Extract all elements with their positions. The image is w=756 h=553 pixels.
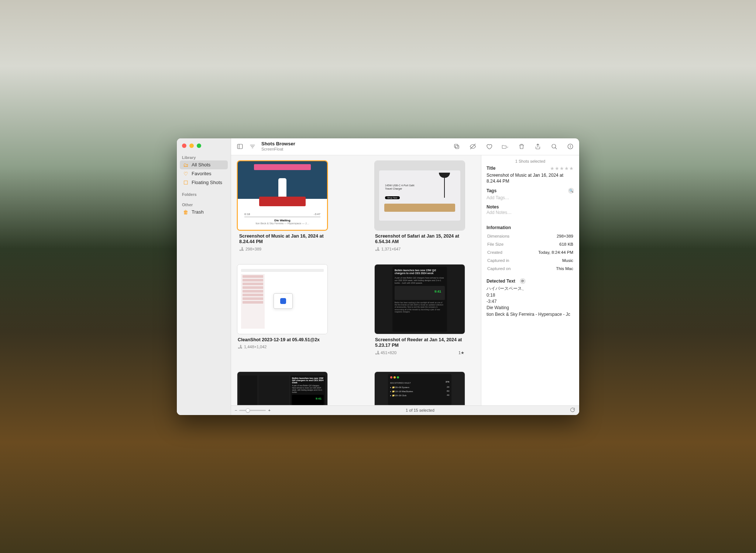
thumb-artist: tion Beck & Sky Ferreira — Hyperspace — … xyxy=(244,222,320,225)
shot-card[interactable]: MACSTORIES VAULT376 ▸ 📁 00–09 System29 ▸… xyxy=(374,371,465,405)
info-button[interactable] xyxy=(567,143,574,150)
search-button[interactable] xyxy=(550,143,558,150)
shot-card[interactable]: Belkin launches two new 15W Qi2 chargers… xyxy=(374,264,465,355)
toolbar-title: Shots Browser ScreenFloat xyxy=(261,141,295,152)
sidebar-item-favorites[interactable]: ♡ Favorites xyxy=(180,169,228,178)
shot-dimensions: 1,448×1,042 xyxy=(244,345,267,349)
title-text: Shots Browser xyxy=(261,141,295,147)
shot-thumbnail[interactable] xyxy=(237,264,328,334)
toggle-sidebar-button[interactable] xyxy=(236,143,244,150)
shot-dimensions: 1,371×647 xyxy=(381,247,401,251)
app-window: Library 🗂︎ All Shots ♡ Favorites ☐ Float… xyxy=(177,138,579,415)
shot-thumbnail[interactable]: Belkin launches two new 15W Qi2 chargers… xyxy=(374,264,465,334)
sidebar-item-trash[interactable]: 🗑︎ Trash xyxy=(180,208,228,217)
detected-text[interactable]: ハイパースペース、 0:18 -3:47 Die Waiting tion Be… xyxy=(487,286,574,318)
shot-rating: 1★ xyxy=(458,350,464,355)
info-dimensions: 298×389 xyxy=(522,232,573,240)
svg-point-12 xyxy=(570,145,571,146)
shot-dimensions: 298×389 xyxy=(245,247,261,251)
all-shots-icon: 🗂︎ xyxy=(183,162,189,168)
sidebar-item-label: Trash xyxy=(192,209,204,215)
grid-pane: 0:18-3:47 Die Waiting tion Beck & Sky Fe… xyxy=(231,155,481,405)
sidebar: Library 🗂︎ All Shots ♡ Favorites ☐ Float… xyxy=(177,138,231,415)
minimize-icon[interactable] xyxy=(189,144,194,148)
info-captured-in: Music xyxy=(522,257,573,264)
shot-thumbnail[interactable]: 0:18-3:47 Die Waiting tion Beck & Sky Fe… xyxy=(237,160,328,231)
tags-field[interactable]: Add Tags… xyxy=(487,195,574,201)
sidebar-section-library: Library xyxy=(180,154,228,160)
shot-thumbnail[interactable]: 145W USB-C 4-Port GaN Travel Charger Sho… xyxy=(374,160,465,231)
thumb-body: A pair of new Belkin Qi2 chargers have a… xyxy=(292,384,324,393)
svg-line-9 xyxy=(555,148,557,149)
thumb-heading: Belkin launches two new 15W Qi2 chargers… xyxy=(395,269,445,275)
zoom-control[interactable]: − + xyxy=(235,408,271,412)
share-button[interactable] xyxy=(534,143,542,150)
subtitle-text: ScreenFloat xyxy=(261,147,295,152)
delete-button[interactable] xyxy=(518,143,525,150)
thumb-heading: Belkin launches two new 15W Qi2 chargers… xyxy=(292,377,324,384)
detected-text-label: Detected Text xyxy=(487,279,515,284)
sidebar-section-folders: Folders xyxy=(180,191,228,197)
main-column: Shots Browser ScreenFloat ⌄ xyxy=(231,138,579,415)
thumb-footer: Belkin has been working in the spotlight… xyxy=(395,301,445,313)
sidebar-item-floating-shots[interactable]: ☐ Floating Shots xyxy=(180,178,228,187)
reload-button[interactable] xyxy=(570,407,575,414)
thumb-time-left: 0:18 xyxy=(244,212,250,216)
info-captured-on: This Mac xyxy=(522,265,573,272)
sidebar-item-label: Favorites xyxy=(192,171,211,176)
thumb-category: MACSTORIES VAULT xyxy=(390,382,411,384)
footer-bar: − + 1 of 15 selected xyxy=(231,405,579,415)
svg-rect-5 xyxy=(456,145,459,149)
info-header: Information xyxy=(487,225,574,230)
thumb-song: Die Waiting xyxy=(244,219,320,222)
sidebar-item-all-shots[interactable]: 🗂︎ All Shots xyxy=(180,160,228,169)
shot-title: CleanShot 2023-12-19 at 05.49.51@2x xyxy=(238,337,327,343)
title-label: Title xyxy=(487,166,495,171)
shot-title: Screenshot of Music at Jan 16, 2024 at 8… xyxy=(239,234,326,245)
folder-button[interactable]: ⌄ xyxy=(502,143,509,150)
notes-label: Notes xyxy=(487,204,574,210)
shot-card[interactable]: 0:18-3:47 Die Waiting tion Beck & Sky Fe… xyxy=(237,160,328,252)
image-icon: 🏞︎ xyxy=(239,246,244,252)
notes-field[interactable]: Add Notes… xyxy=(487,210,574,215)
shot-card[interactable]: CleanShot 2023-12-19 at 05.49.51@2x 🏞︎1,… xyxy=(237,264,328,355)
shot-card[interactable]: 145W USB-C 4-Port GaN Travel Charger Sho… xyxy=(374,160,465,252)
trash-icon: 🗑︎ xyxy=(183,209,189,215)
zoom-out-icon[interactable]: − xyxy=(235,408,237,412)
shot-thumbnail[interactable]: MACSTORIES VAULT376 ▸ 📁 00–09 System29 ▸… xyxy=(374,371,465,405)
hide-button[interactable] xyxy=(469,143,477,150)
rating-stars[interactable]: ★★★★★ xyxy=(550,166,574,171)
shot-title: Screenshot of Safari at Jan 15, 2024 at … xyxy=(375,234,464,245)
thumb-count: 376 xyxy=(446,381,449,384)
sidebar-item-label: Floating Shots xyxy=(192,180,222,185)
footer-status: 1 of 15 selected xyxy=(274,408,566,412)
search-tags-icon[interactable]: 🔍 xyxy=(568,188,574,194)
maximize-icon[interactable] xyxy=(197,144,201,148)
zoom-slider[interactable] xyxy=(239,410,266,411)
shot-thumbnail[interactable]: Belkin launches two new 15W Qi2 chargers… xyxy=(237,371,328,405)
thumb-time-right: -3:47 xyxy=(314,212,320,216)
favorite-button[interactable] xyxy=(485,143,493,150)
tags-label: Tags xyxy=(487,188,496,193)
image-icon: 🏞︎ xyxy=(238,344,242,349)
shot-card[interactable]: Belkin launches two new 15W Qi2 chargers… xyxy=(237,371,328,405)
title-value[interactable]: Screenshot of Music at Jan 16, 2024 at 8… xyxy=(487,172,574,184)
sidebar-item-label: All Shots xyxy=(192,162,210,167)
thumb-button: Shop Now xyxy=(385,196,400,199)
thumb-body: A pair of new Belkin Qi2 chargers have a… xyxy=(395,277,445,284)
filter-button[interactable] xyxy=(249,143,256,150)
svg-rect-6 xyxy=(454,144,458,148)
image-icon: 🏞︎ xyxy=(375,350,379,355)
info-table: Dimensions298×389 File Size618 KB Create… xyxy=(487,232,574,273)
duplicate-button[interactable] xyxy=(453,143,460,150)
shot-dimensions: 451×820 xyxy=(381,350,396,355)
toolbar: Shots Browser ScreenFloat ⌄ xyxy=(231,138,579,155)
window-controls xyxy=(180,142,228,154)
thumb-text: 145W USB-C 4-Port GaN Travel Charger xyxy=(385,184,415,190)
zoom-in-icon[interactable]: + xyxy=(268,408,270,412)
svg-rect-0 xyxy=(237,144,243,149)
close-icon[interactable] xyxy=(182,144,186,148)
selection-count: 1 Shots selected xyxy=(487,159,574,163)
refresh-detected-icon[interactable]: ⟳ xyxy=(520,278,526,284)
info-created: Today, 8:24:44 PM xyxy=(522,249,573,256)
